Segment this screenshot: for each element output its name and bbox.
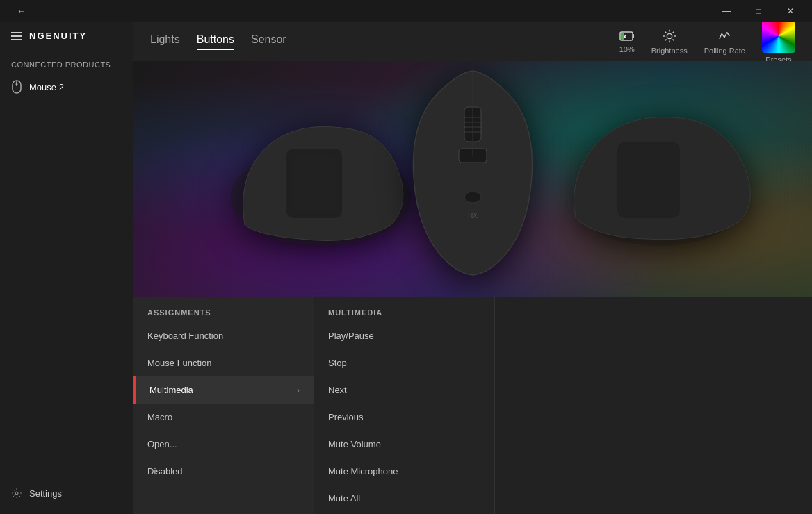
svg-point-2 <box>16 83 18 85</box>
polling-rate-control[interactable]: Polling Rate <box>704 28 745 55</box>
assignments-header: ASSIGNMENTS <box>133 297 314 322</box>
mouse-left-svg <box>217 100 425 253</box>
multimedia-stop[interactable]: Stop <box>314 349 494 376</box>
chevron-right-icon: › <box>297 386 300 395</box>
settings-item[interactable]: Settings <box>0 481 133 506</box>
multimedia-mute-all[interactable]: Mute All <box>314 485 494 512</box>
svg-line-15 <box>672 40 674 41</box>
assignment-disabled[interactable]: Disabled <box>133 458 314 485</box>
svg-line-20 <box>724 33 727 38</box>
sidebar-item-mouse2[interactable]: Mouse 2 <box>0 74 133 99</box>
svg-line-14 <box>665 32 666 33</box>
multimedia-mute-volume[interactable]: Mute Volume <box>314 431 494 458</box>
presets-control[interactable]: Presets <box>762 22 795 64</box>
svg-line-16 <box>672 32 674 33</box>
presets-thumbnail[interactable] <box>762 22 795 53</box>
close-button[interactable]: ✕ <box>774 0 806 22</box>
assignments-column: ASSIGNMENTS Keyboard Function Mouse Func… <box>133 297 314 514</box>
top-nav: Lights Buttons Sensor <box>133 22 812 61</box>
assignment-keyboard-function[interactable]: Keyboard Function <box>133 322 314 349</box>
polling-rate-label: Polling Rate <box>704 47 745 55</box>
mouse-right <box>562 100 756 256</box>
svg-rect-25 <box>293 156 335 211</box>
svg-line-19 <box>722 33 725 38</box>
battery-icon <box>619 30 635 42</box>
right-empty-area <box>495 297 812 514</box>
mouse-center-svg: HX <box>403 65 542 281</box>
device-name: Mouse 2 <box>29 82 64 92</box>
tab-sensor[interactable]: Sensor <box>251 33 286 50</box>
battery-control[interactable]: 10% <box>619 30 635 53</box>
svg-line-18 <box>720 33 722 38</box>
brightness-control[interactable]: Brightness <box>651 28 688 55</box>
settings-label: Settings <box>29 488 62 499</box>
mouse-right-svg <box>562 100 756 253</box>
svg-point-33 <box>464 192 481 203</box>
mouse-center: HX <box>403 65 542 283</box>
polling-rate-icon <box>717 28 732 44</box>
sidebar: NGENUITY Connected Products Mouse 2 Sett… <box>0 22 133 514</box>
assignment-multimedia[interactable]: Multimedia › <box>133 376 314 404</box>
svg-point-9 <box>667 33 672 38</box>
svg-rect-5 <box>621 33 624 40</box>
sidebar-bottom: Settings <box>0 472 133 514</box>
top-controls: 10% Brightness <box>619 22 795 64</box>
menu-icon[interactable] <box>11 32 22 40</box>
brightness-icon <box>662 28 677 44</box>
app-logo: NGENUITY <box>29 31 87 41</box>
tab-lights[interactable]: Lights <box>150 33 180 50</box>
svg-rect-36 <box>617 142 680 218</box>
main-container: NGENUITY Connected Products Mouse 2 Sett… <box>0 22 812 514</box>
hero-section: HX <box>133 61 812 297</box>
multimedia-next[interactable]: Next <box>314 376 494 404</box>
battery-label: 10% <box>619 45 635 53</box>
nav-tabs: Lights Buttons Sensor <box>150 33 286 50</box>
sidebar-header: NGENUITY <box>0 22 133 49</box>
assignment-macro[interactable]: Macro <box>133 404 314 431</box>
multimedia-play-pause[interactable]: Play/Pause <box>314 322 494 349</box>
svg-rect-6 <box>633 34 634 38</box>
assignment-open[interactable]: Open... <box>133 431 314 458</box>
mouse-device-icon <box>11 81 22 92</box>
content-area: Lights Buttons Sensor <box>133 22 812 514</box>
titlebar-controls: — □ ✕ <box>710 0 806 22</box>
multimedia-column: MULTIMEDIA Play/Pause Stop Next Previous… <box>314 297 495 514</box>
titlebar-left: ← <box>6 0 38 22</box>
bottom-panel: ASSIGNMENTS Keyboard Function Mouse Func… <box>133 297 812 514</box>
svg-text:HX: HX <box>468 212 478 219</box>
svg-line-17 <box>665 40 666 41</box>
connected-products-label: Connected Products <box>0 49 133 74</box>
maximize-button[interactable]: □ <box>742 0 774 22</box>
settings-icon <box>11 488 22 499</box>
multimedia-previous[interactable]: Previous <box>314 404 494 431</box>
tab-buttons[interactable]: Buttons <box>197 33 234 50</box>
assignment-mouse-function[interactable]: Mouse Function <box>133 349 314 376</box>
titlebar: ← — □ ✕ <box>0 0 812 22</box>
svg-point-3 <box>15 492 18 495</box>
back-button[interactable]: ← <box>6 0 38 22</box>
svg-line-21 <box>727 33 730 37</box>
mouse-left <box>217 100 425 256</box>
multimedia-header: MULTIMEDIA <box>314 297 494 322</box>
minimize-button[interactable]: — <box>710 0 742 22</box>
multimedia-mute-microphone[interactable]: Mute Microphone <box>314 458 494 485</box>
brightness-label: Brightness <box>651 47 688 55</box>
